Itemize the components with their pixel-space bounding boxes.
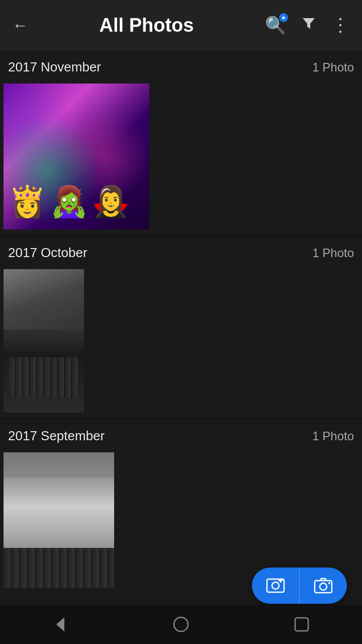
section-count-september: 1 Photo <box>312 429 354 443</box>
bottom-action-bar <box>252 568 347 604</box>
filter-button[interactable] <box>298 13 319 38</box>
section-title-october: 2017 October <box>8 245 87 261</box>
section-count-october: 1 Photo <box>312 246 354 260</box>
svg-point-2 <box>272 582 279 589</box>
svg-marker-8 <box>56 617 64 631</box>
section-title-september: 2017 September <box>8 428 105 444</box>
page-title: All Photos <box>37 15 256 36</box>
navbar <box>0 605 362 644</box>
camera-button[interactable] <box>300 568 347 604</box>
photo-september-1[interactable] <box>4 452 114 588</box>
section-count-november: 1 Photo <box>312 60 354 74</box>
back-button[interactable]: ← <box>9 13 31 38</box>
section-title-november: 2017 November <box>8 59 101 75</box>
nav-home-button[interactable] <box>161 609 201 639</box>
svg-point-7 <box>328 582 330 584</box>
svg-rect-10 <box>295 618 308 631</box>
search-badge: ★ <box>279 13 288 22</box>
svg-point-9 <box>174 617 188 631</box>
topbar-icons: 🔍 ★ ⋮ <box>262 12 353 39</box>
section-header-september: 2017 September 1 Photo <box>0 419 362 449</box>
photo-november-1[interactable] <box>4 84 149 229</box>
photo-grid-november <box>0 80 362 235</box>
svg-point-6 <box>320 583 327 590</box>
section-header-november: 2017 November 1 Photo <box>0 50 362 80</box>
photo-grid-october <box>0 266 362 418</box>
section-header-october: 2017 October 1 Photo <box>0 236 362 266</box>
photo-october-1[interactable] <box>4 269 84 413</box>
nav-recents-button[interactable] <box>282 609 322 639</box>
nav-back-button[interactable] <box>40 609 80 639</box>
topbar: ← All Photos 🔍 ★ ⋮ <box>0 0 362 50</box>
add-photo-button[interactable] <box>252 568 300 604</box>
svg-marker-0 <box>303 18 315 29</box>
more-options-button[interactable]: ⋮ <box>328 12 353 39</box>
search-button[interactable]: 🔍 ★ <box>262 12 289 38</box>
